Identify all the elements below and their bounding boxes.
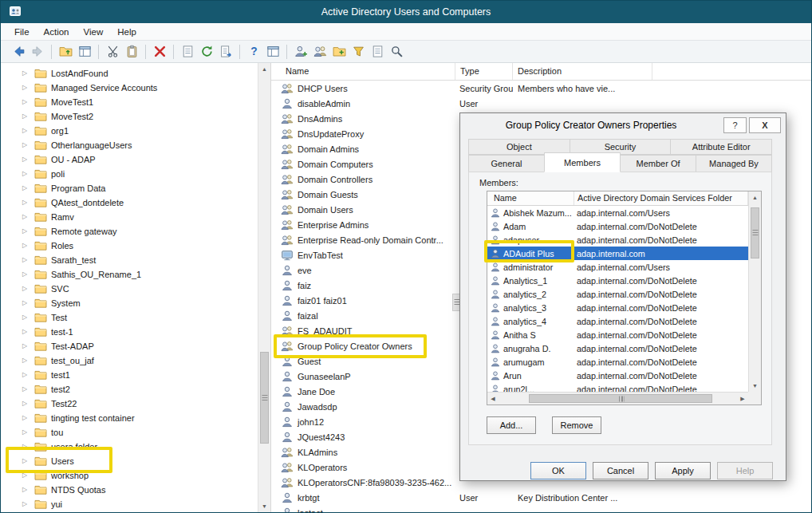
members-horizontal-scrollbar[interactable] (487, 392, 748, 404)
menu-view[interactable]: View (77, 26, 111, 38)
member-row[interactable]: analytics_4adap.internal.com/DoNotDelete (487, 314, 748, 328)
tree-item-program-data[interactable]: Program Data (1, 181, 258, 195)
tree-item-movetest2[interactable]: MoveTest2 (1, 109, 258, 124)
tab-members[interactable]: Members (544, 152, 621, 172)
tab-managed-by[interactable]: Managed By (696, 155, 772, 172)
create-ou-icon[interactable] (329, 43, 349, 61)
tree-item-test-1[interactable]: test-1 (1, 325, 258, 339)
expand-arrow-icon[interactable] (20, 440, 30, 454)
tab-attribute-editor[interactable]: Attribute Editor (670, 139, 772, 155)
up-one-level-icon[interactable] (56, 43, 75, 61)
show-action-pane-icon[interactable] (263, 43, 282, 61)
scroll-up-icon[interactable] (749, 191, 761, 203)
member-row[interactable]: analytics_3adap.internal.com/DoNotDelete (487, 301, 748, 314)
tree-item-test-adap[interactable]: Test-ADAP (1, 339, 258, 353)
tree-item-sathis-ou-rename-1[interactable]: Sathis_OU_Rename_1 (1, 267, 258, 282)
tree-item-managed-service-accounts[interactable]: Managed Service Accounts (1, 81, 258, 95)
member-row[interactable]: adapuseradap.internal.com/DoNotDelete (487, 233, 748, 247)
delete-icon[interactable] (150, 43, 169, 61)
properties-icon[interactable] (178, 43, 197, 61)
tree-item-movetest1[interactable]: MoveTest1 (1, 95, 258, 109)
column-header-type[interactable]: Type (455, 63, 513, 80)
back-icon[interactable] (9, 43, 28, 61)
export-list-icon[interactable] (216, 43, 235, 61)
list-row[interactable]: disableAdminUser (271, 96, 811, 111)
view-options-icon[interactable] (368, 43, 387, 61)
forward-icon[interactable] (28, 43, 47, 61)
tree-item-tingting-test-container[interactable]: tingting test container (1, 411, 258, 425)
member-row[interactable]: Arunadap.internal.com/DoNotDelete (487, 369, 748, 382)
tree-item-test22[interactable]: Test22 (1, 397, 258, 411)
tab-member-of[interactable]: Member Of (620, 155, 696, 172)
expand-arrow-icon[interactable] (20, 138, 30, 152)
column-header-name[interactable]: Name (271, 63, 455, 80)
add-button[interactable]: Add... (487, 416, 536, 434)
tree-item-sarath-test[interactable]: Sarath_test (1, 253, 258, 267)
expand-arrow-icon[interactable] (20, 425, 30, 440)
tree-item-users[interactable]: Users (1, 454, 258, 468)
help-button[interactable]: Help (717, 462, 773, 479)
tree-item-org1[interactable]: org1 (1, 124, 258, 138)
tree-item-remote-gateway[interactable]: Remote gateway (1, 224, 258, 239)
tree-item-roles[interactable]: Roles (1, 239, 258, 253)
expand-arrow-icon[interactable] (20, 81, 30, 95)
tree-item-system[interactable]: System (1, 296, 258, 310)
tree-item-tou[interactable]: tou (1, 425, 258, 440)
expand-arrow-icon[interactable] (20, 95, 30, 109)
tree-item-yui[interactable]: yui (1, 497, 258, 511)
member-row[interactable]: Adamadap.internal.com/DoNotDelete (487, 219, 748, 233)
expand-arrow-icon[interactable] (20, 210, 30, 224)
menu-file[interactable]: File (7, 26, 37, 38)
show-console-tree-icon[interactable] (75, 43, 94, 61)
menu-action[interactable]: Action (37, 26, 77, 38)
expand-arrow-icon[interactable] (20, 239, 30, 253)
dialog-help-button[interactable]: ? (723, 117, 747, 133)
expand-arrow-icon[interactable] (20, 454, 30, 468)
expand-arrow-icon[interactable] (20, 152, 30, 167)
scroll-up-icon[interactable] (258, 63, 270, 75)
expand-arrow-icon[interactable] (20, 224, 30, 239)
tree-item-test1[interactable]: test1 (1, 368, 258, 382)
expand-arrow-icon[interactable] (20, 382, 30, 397)
expand-arrow-icon[interactable] (20, 195, 30, 210)
find-icon[interactable] (387, 43, 406, 61)
scroll-left-icon[interactable] (487, 393, 499, 404)
member-row[interactable]: ADAudit Plusadap.internal.com (487, 247, 748, 260)
dialog-close-button[interactable]: X (749, 117, 781, 133)
expand-arrow-icon[interactable] (20, 411, 30, 425)
expand-arrow-icon[interactable] (20, 368, 30, 382)
expand-arrow-icon[interactable] (20, 282, 30, 296)
column-header-description[interactable]: Description (513, 63, 652, 80)
paste-icon[interactable] (122, 43, 141, 61)
expand-arrow-icon[interactable] (20, 167, 30, 181)
remove-button[interactable]: Remove (552, 416, 601, 434)
member-row[interactable]: arumugamadap.internal.com/DoNotDelete (487, 355, 748, 369)
member-row[interactable]: Anitha Sadap.internal.com/DoNotDelete (487, 328, 748, 341)
expand-arrow-icon[interactable] (20, 267, 30, 282)
create-user-icon[interactable] (291, 43, 310, 61)
expand-arrow-icon[interactable] (20, 483, 30, 497)
tree-item-ou-adap[interactable]: OU - ADAP (1, 152, 258, 167)
cut-icon[interactable] (103, 43, 122, 61)
refresh-icon[interactable] (197, 43, 216, 61)
member-row[interactable]: Abishek Mazum...adap.internal.com/Users (487, 206, 748, 219)
tree-item-qatest-dontdelete[interactable]: QAtest_dontdelete (1, 195, 258, 210)
list-row[interactable]: krbtgtUserKey Distribution Center ... (271, 490, 811, 505)
members-hscroll-thumb[interactable] (529, 394, 712, 403)
list-row[interactable]: DHCP UsersSecurity Group...Members who h… (271, 81, 811, 96)
members-vscroll-thumb[interactable] (751, 207, 759, 258)
tree-item-test2[interactable]: test2 (1, 382, 258, 397)
expand-arrow-icon[interactable] (20, 468, 30, 483)
menu-help[interactable]: Help (110, 26, 144, 38)
set-filter-icon[interactable] (349, 43, 368, 61)
tree-item-test-ou-jaf[interactable]: test_ou_jaf (1, 353, 258, 368)
cancel-button[interactable]: Cancel (593, 462, 648, 479)
expand-arrow-icon[interactable] (20, 66, 30, 81)
tree-scrollbar[interactable] (258, 63, 270, 512)
expand-arrow-icon[interactable] (20, 181, 30, 195)
tab-general[interactable]: General (468, 155, 545, 172)
member-row[interactable]: Analytics_1adap.internal.com/DoNotDelete (487, 274, 748, 287)
scroll-right-icon[interactable] (737, 393, 748, 404)
expand-arrow-icon[interactable] (20, 253, 30, 267)
scroll-down-icon[interactable] (258, 500, 270, 512)
